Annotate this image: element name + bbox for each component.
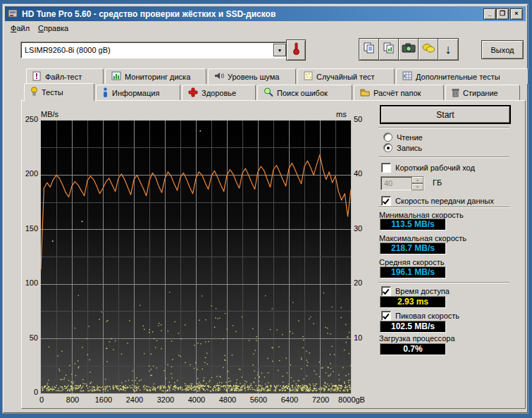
copy-image-button[interactable] [378, 38, 400, 61]
left-axis-tick: 150 [20, 224, 38, 233]
x-axis-tick: 3200 [149, 395, 183, 404]
menu-help[interactable]: Справка [34, 23, 73, 35]
tab-extra-tests[interactable]: Дополнительные тесты [396, 68, 528, 84]
random-test-icon [304, 71, 313, 82]
access-time-label: Время доступа [395, 287, 450, 295]
spinner-buttons[interactable]: ▲▼ [412, 176, 423, 190]
menu-file[interactable]: Файл [6, 23, 34, 35]
read-radio[interactable]: Чтение [383, 133, 423, 142]
tab-label: Мониторинг диска [125, 73, 190, 81]
tab-label: Поиск ошибок [277, 89, 328, 97]
access-time-value: 2.93 ms [380, 296, 446, 308]
benchmark-chart-svg [41, 121, 351, 393]
x-axis-tick: 6400 [273, 395, 307, 404]
screenshot-button[interactable] [398, 38, 419, 61]
spin-up-icon[interactable]: ▲ [412, 176, 423, 183]
tab-folder-usage[interactable]: Расчёт папок [354, 85, 444, 100]
tab-random-test[interactable]: Случайный тест [297, 68, 395, 84]
close-button[interactable]: × [510, 8, 523, 20]
title-bar[interactable]: HD Tune Pro 5.60 - средство проверки жёс… [5, 6, 526, 21]
access-time-checkbox[interactable]: Время доступа [381, 286, 450, 296]
tab-erase[interactable]: Стирание [445, 85, 520, 100]
max-speed-value: 218.7 MB/s [380, 242, 446, 254]
checkbox-checked-icon [381, 286, 391, 296]
radio-selected-icon [383, 143, 392, 152]
tab-error-scan[interactable]: Поиск ошибок [257, 85, 352, 100]
desktop-frame: HD Tune Pro 5.60 - средство проверки жёс… [0, 0, 532, 418]
tab-information[interactable]: Информация [96, 85, 180, 100]
right-axis-tick: 10 [354, 333, 362, 342]
capacity-unit-label: ГБ [433, 178, 442, 187]
left-axis-tick: 250 [20, 115, 38, 123]
copy-text-icon [363, 42, 376, 57]
cpu-usage-label: Загрузка процессора [379, 334, 455, 343]
x-axis-tick: 1600 [87, 395, 120, 404]
x-axis-tick: 8000gB [335, 395, 369, 404]
checkbox-checked-icon [381, 196, 391, 206]
right-axis-tick: 30 [354, 224, 362, 233]
app-icon [8, 8, 18, 18]
tab-label: Информация [112, 89, 159, 97]
thermometer-icon [292, 42, 300, 58]
burst-value: 102.5 MB/s [380, 321, 446, 333]
menu-help-accel: С [38, 24, 44, 32]
exit-button-label: Выход [491, 46, 514, 54]
short-stroke-label: Короткий рабочий ход [395, 164, 475, 172]
right-axis-tick: 40 [354, 169, 362, 178]
drive-select[interactable]: LSIMR9260-8i (8000 gB) ▼ [20, 42, 288, 59]
tab-label: Стирание [463, 89, 498, 97]
capacity-spinner[interactable]: 40 ▲▼ [381, 176, 424, 190]
x-axis-tick: 2400 [118, 395, 151, 404]
separator [378, 127, 509, 128]
burst-checkbox[interactable]: Пиковая скорость [381, 311, 459, 321]
magnifier-icon [264, 87, 273, 99]
lamp-icon [30, 87, 38, 99]
tab-file-test[interactable]: Файл-тест [26, 68, 104, 84]
tab-label: Файл-тест [45, 73, 82, 81]
disk-monitor-icon [111, 71, 121, 82]
file-test-icon [32, 71, 42, 82]
copy-image-icon [383, 42, 395, 57]
x-axis-tick: 7200 [304, 395, 338, 404]
minimize-button[interactable]: _ [483, 8, 496, 20]
tab-label: Здоровье [202, 89, 236, 97]
x-axis-tick: 800 [56, 395, 89, 404]
extra-tests-icon [402, 71, 412, 82]
benchmark-chart [40, 120, 352, 394]
speaker-icon [214, 71, 224, 82]
hands-icon [421, 42, 435, 56]
start-button[interactable]: Start [381, 106, 510, 123]
temperature-button[interactable] [286, 39, 306, 61]
burst-label: Пиковая скорость [395, 312, 459, 320]
capacity-value: 40 [384, 179, 392, 188]
save-results-button[interactable] [418, 38, 439, 61]
exit-button[interactable]: Выход [481, 40, 524, 59]
short-stroke-checkbox[interactable]: Короткий рабочий ход [381, 163, 475, 173]
download-button[interactable]: ↓ [438, 38, 459, 61]
maximize-button[interactable]: ❐ [496, 8, 509, 20]
health-cross-icon [188, 87, 198, 99]
cpu-usage-value: 0.7% [380, 343, 446, 355]
write-radio-label: Запись [397, 144, 422, 152]
write-radio[interactable]: Запись [383, 143, 422, 152]
tab-noise-level[interactable]: Уровень шума [208, 68, 296, 84]
tab-health[interactable]: Здоровье [182, 85, 256, 100]
menu-bar: Файл Справка [6, 23, 73, 35]
transfer-checkbox[interactable]: Скорость передачи данных [381, 196, 494, 206]
min-speed-value: 113.5 MB/s [380, 219, 446, 230]
radio-icon [383, 133, 392, 142]
checkbox-checked-icon [381, 311, 391, 321]
separator [378, 282, 509, 283]
copy-text-button[interactable] [359, 38, 380, 61]
right-axis-tick: 20 [354, 278, 362, 287]
trash-icon [452, 87, 459, 99]
tab-disk-monitor[interactable]: Мониторинг диска [105, 68, 206, 84]
chevron-down-icon[interactable]: ▼ [273, 44, 286, 56]
spin-down-icon[interactable]: ▼ [412, 183, 423, 190]
separator [378, 207, 509, 208]
max-speed-label: Максимальная скорость [379, 234, 466, 242]
x-axis-tick: 5600 [242, 395, 276, 404]
down-arrow-icon: ↓ [445, 42, 452, 57]
tab-tests[interactable]: Тесты [24, 83, 94, 101]
menu-help-rest: правка [44, 24, 68, 32]
